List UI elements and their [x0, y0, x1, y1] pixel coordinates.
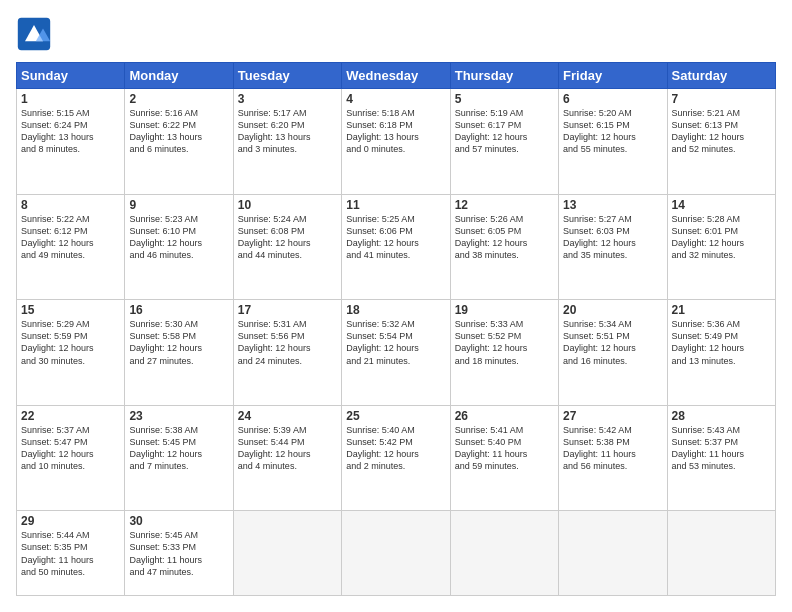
day-info: Sunrise: 5:25 AM Sunset: 6:06 PM Dayligh… — [346, 213, 445, 262]
calendar-body: 1Sunrise: 5:15 AM Sunset: 6:24 PM Daylig… — [17, 89, 776, 596]
day-info: Sunrise: 5:36 AM Sunset: 5:49 PM Dayligh… — [672, 318, 771, 367]
day-number: 25 — [346, 409, 445, 423]
calendar-cell: 23Sunrise: 5:38 AM Sunset: 5:45 PM Dayli… — [125, 405, 233, 511]
calendar-cell: 8Sunrise: 5:22 AM Sunset: 6:12 PM Daylig… — [17, 194, 125, 300]
day-number: 4 — [346, 92, 445, 106]
day-number: 10 — [238, 198, 337, 212]
calendar-cell: 19Sunrise: 5:33 AM Sunset: 5:52 PM Dayli… — [450, 300, 558, 406]
day-info: Sunrise: 5:27 AM Sunset: 6:03 PM Dayligh… — [563, 213, 662, 262]
day-number: 26 — [455, 409, 554, 423]
calendar-header-row: SundayMondayTuesdayWednesdayThursdayFrid… — [17, 63, 776, 89]
day-number: 24 — [238, 409, 337, 423]
calendar-cell: 21Sunrise: 5:36 AM Sunset: 5:49 PM Dayli… — [667, 300, 775, 406]
day-info: Sunrise: 5:29 AM Sunset: 5:59 PM Dayligh… — [21, 318, 120, 367]
calendar-cell — [450, 511, 558, 596]
day-number: 11 — [346, 198, 445, 212]
calendar-cell: 4Sunrise: 5:18 AM Sunset: 6:18 PM Daylig… — [342, 89, 450, 195]
calendar-cell: 13Sunrise: 5:27 AM Sunset: 6:03 PM Dayli… — [559, 194, 667, 300]
calendar-cell: 11Sunrise: 5:25 AM Sunset: 6:06 PM Dayli… — [342, 194, 450, 300]
day-number: 2 — [129, 92, 228, 106]
calendar-cell: 5Sunrise: 5:19 AM Sunset: 6:17 PM Daylig… — [450, 89, 558, 195]
day-number: 27 — [563, 409, 662, 423]
calendar-cell: 1Sunrise: 5:15 AM Sunset: 6:24 PM Daylig… — [17, 89, 125, 195]
day-info: Sunrise: 5:39 AM Sunset: 5:44 PM Dayligh… — [238, 424, 337, 473]
calendar-cell: 24Sunrise: 5:39 AM Sunset: 5:44 PM Dayli… — [233, 405, 341, 511]
day-info: Sunrise: 5:38 AM Sunset: 5:45 PM Dayligh… — [129, 424, 228, 473]
calendar-cell: 15Sunrise: 5:29 AM Sunset: 5:59 PM Dayli… — [17, 300, 125, 406]
calendar-cell: 3Sunrise: 5:17 AM Sunset: 6:20 PM Daylig… — [233, 89, 341, 195]
day-number: 18 — [346, 303, 445, 317]
day-info: Sunrise: 5:21 AM Sunset: 6:13 PM Dayligh… — [672, 107, 771, 156]
day-number: 19 — [455, 303, 554, 317]
calendar-cell: 25Sunrise: 5:40 AM Sunset: 5:42 PM Dayli… — [342, 405, 450, 511]
calendar-cell: 16Sunrise: 5:30 AM Sunset: 5:58 PM Dayli… — [125, 300, 233, 406]
day-number: 3 — [238, 92, 337, 106]
day-info: Sunrise: 5:37 AM Sunset: 5:47 PM Dayligh… — [21, 424, 120, 473]
day-number: 12 — [455, 198, 554, 212]
calendar-cell: 22Sunrise: 5:37 AM Sunset: 5:47 PM Dayli… — [17, 405, 125, 511]
calendar-cell — [559, 511, 667, 596]
day-info: Sunrise: 5:20 AM Sunset: 6:15 PM Dayligh… — [563, 107, 662, 156]
calendar-header-sunday: Sunday — [17, 63, 125, 89]
calendar-cell: 20Sunrise: 5:34 AM Sunset: 5:51 PM Dayli… — [559, 300, 667, 406]
calendar-week-1: 1Sunrise: 5:15 AM Sunset: 6:24 PM Daylig… — [17, 89, 776, 195]
page-header — [16, 16, 776, 52]
calendar-cell: 6Sunrise: 5:20 AM Sunset: 6:15 PM Daylig… — [559, 89, 667, 195]
day-number: 8 — [21, 198, 120, 212]
calendar-cell — [667, 511, 775, 596]
calendar-cell: 28Sunrise: 5:43 AM Sunset: 5:37 PM Dayli… — [667, 405, 775, 511]
calendar-cell: 7Sunrise: 5:21 AM Sunset: 6:13 PM Daylig… — [667, 89, 775, 195]
calendar-week-4: 22Sunrise: 5:37 AM Sunset: 5:47 PM Dayli… — [17, 405, 776, 511]
calendar-header-thursday: Thursday — [450, 63, 558, 89]
calendar-cell — [342, 511, 450, 596]
day-number: 28 — [672, 409, 771, 423]
day-info: Sunrise: 5:30 AM Sunset: 5:58 PM Dayligh… — [129, 318, 228, 367]
day-number: 1 — [21, 92, 120, 106]
day-info: Sunrise: 5:33 AM Sunset: 5:52 PM Dayligh… — [455, 318, 554, 367]
day-info: Sunrise: 5:45 AM Sunset: 5:33 PM Dayligh… — [129, 529, 228, 578]
calendar-week-3: 15Sunrise: 5:29 AM Sunset: 5:59 PM Dayli… — [17, 300, 776, 406]
calendar-header-wednesday: Wednesday — [342, 63, 450, 89]
day-info: Sunrise: 5:26 AM Sunset: 6:05 PM Dayligh… — [455, 213, 554, 262]
day-number: 15 — [21, 303, 120, 317]
calendar-cell: 10Sunrise: 5:24 AM Sunset: 6:08 PM Dayli… — [233, 194, 341, 300]
day-info: Sunrise: 5:19 AM Sunset: 6:17 PM Dayligh… — [455, 107, 554, 156]
day-info: Sunrise: 5:42 AM Sunset: 5:38 PM Dayligh… — [563, 424, 662, 473]
calendar-cell: 17Sunrise: 5:31 AM Sunset: 5:56 PM Dayli… — [233, 300, 341, 406]
day-info: Sunrise: 5:32 AM Sunset: 5:54 PM Dayligh… — [346, 318, 445, 367]
day-number: 7 — [672, 92, 771, 106]
calendar-cell: 2Sunrise: 5:16 AM Sunset: 6:22 PM Daylig… — [125, 89, 233, 195]
day-info: Sunrise: 5:23 AM Sunset: 6:10 PM Dayligh… — [129, 213, 228, 262]
day-info: Sunrise: 5:17 AM Sunset: 6:20 PM Dayligh… — [238, 107, 337, 156]
day-info: Sunrise: 5:22 AM Sunset: 6:12 PM Dayligh… — [21, 213, 120, 262]
day-number: 5 — [455, 92, 554, 106]
day-info: Sunrise: 5:24 AM Sunset: 6:08 PM Dayligh… — [238, 213, 337, 262]
calendar-cell: 9Sunrise: 5:23 AM Sunset: 6:10 PM Daylig… — [125, 194, 233, 300]
calendar-week-5: 29Sunrise: 5:44 AM Sunset: 5:35 PM Dayli… — [17, 511, 776, 596]
day-info: Sunrise: 5:40 AM Sunset: 5:42 PM Dayligh… — [346, 424, 445, 473]
day-info: Sunrise: 5:28 AM Sunset: 6:01 PM Dayligh… — [672, 213, 771, 262]
calendar-cell: 18Sunrise: 5:32 AM Sunset: 5:54 PM Dayli… — [342, 300, 450, 406]
day-info: Sunrise: 5:15 AM Sunset: 6:24 PM Dayligh… — [21, 107, 120, 156]
logo-icon — [16, 16, 52, 52]
day-number: 9 — [129, 198, 228, 212]
day-number: 30 — [129, 514, 228, 528]
calendar-cell: 12Sunrise: 5:26 AM Sunset: 6:05 PM Dayli… — [450, 194, 558, 300]
calendar-cell — [233, 511, 341, 596]
calendar-cell: 27Sunrise: 5:42 AM Sunset: 5:38 PM Dayli… — [559, 405, 667, 511]
calendar-table: SundayMondayTuesdayWednesdayThursdayFrid… — [16, 62, 776, 596]
day-number: 20 — [563, 303, 662, 317]
calendar-cell: 30Sunrise: 5:45 AM Sunset: 5:33 PM Dayli… — [125, 511, 233, 596]
day-info: Sunrise: 5:41 AM Sunset: 5:40 PM Dayligh… — [455, 424, 554, 473]
calendar-week-2: 8Sunrise: 5:22 AM Sunset: 6:12 PM Daylig… — [17, 194, 776, 300]
logo — [16, 16, 58, 52]
day-number: 14 — [672, 198, 771, 212]
day-number: 29 — [21, 514, 120, 528]
calendar-header-monday: Monday — [125, 63, 233, 89]
day-info: Sunrise: 5:44 AM Sunset: 5:35 PM Dayligh… — [21, 529, 120, 578]
calendar-cell: 29Sunrise: 5:44 AM Sunset: 5:35 PM Dayli… — [17, 511, 125, 596]
calendar-header-friday: Friday — [559, 63, 667, 89]
day-info: Sunrise: 5:34 AM Sunset: 5:51 PM Dayligh… — [563, 318, 662, 367]
day-number: 13 — [563, 198, 662, 212]
day-info: Sunrise: 5:31 AM Sunset: 5:56 PM Dayligh… — [238, 318, 337, 367]
